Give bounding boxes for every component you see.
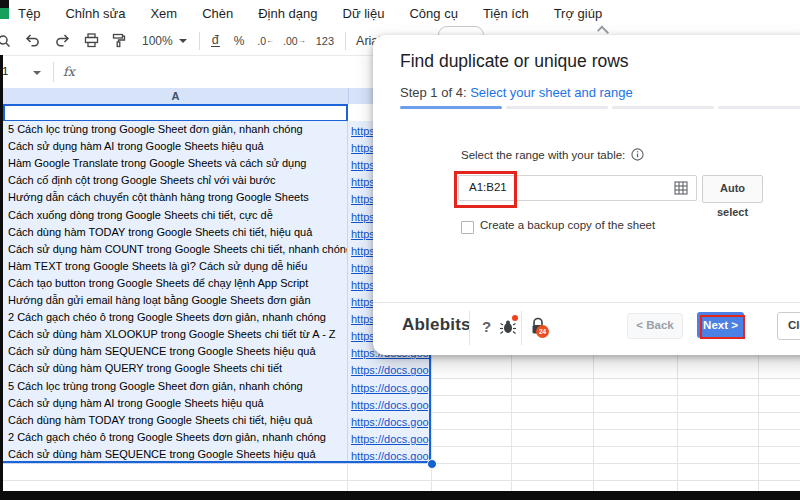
menu-item-8[interactable]: Trợ giúp bbox=[554, 6, 603, 21]
footer-vdivider bbox=[521, 311, 522, 345]
cell-a[interactable]: Hướng dẫn cách chuyển cột thành hàng tro… bbox=[3, 189, 348, 207]
cell-a[interactable]: Cách sử dùng hàm XLOOKUP trong Google Sh… bbox=[3, 326, 348, 344]
cell-a-text: 5 Cách lọc trùng trong Google Sheet đơn … bbox=[3, 121, 347, 137]
menu-item-3[interactable]: Chèn bbox=[202, 6, 233, 21]
progress-segment-1 bbox=[400, 106, 502, 109]
decrease-decimal-icon[interactable]: .0← bbox=[257, 35, 274, 47]
gridline bbox=[431, 446, 800, 447]
cell-a[interactable]: 5 Cách lọc trùng trong Google Sheet đơn … bbox=[3, 121, 348, 139]
number-format-icon[interactable]: 123 bbox=[316, 35, 334, 47]
cell-a[interactable]: Hàm Google Translate trong Google Sheets… bbox=[3, 155, 348, 173]
cell-b-link[interactable]: https://docs.goog bbox=[348, 433, 431, 445]
fill-handle[interactable] bbox=[427, 459, 437, 469]
table-row: Hướng dẫn cách chuyển cột thành hàng tro… bbox=[3, 189, 431, 206]
menu-item-4[interactable]: Định dạng bbox=[258, 6, 317, 21]
cell-a[interactable]: Cách dùng hàm TODAY trong Google Sheets … bbox=[3, 412, 348, 430]
cell-a[interactable]: Hướng dẫn gửi email hàng loạt bằng Googl… bbox=[3, 292, 348, 310]
cell-b[interactable]: https://docs.goog bbox=[348, 378, 431, 396]
cell-b-link[interactable]: https://docs.goog bbox=[348, 364, 431, 376]
table-row: Cách tạo button trong Google Sheets để c… bbox=[3, 275, 431, 292]
table-row: Hàm Google Translate trong Google Sheets… bbox=[3, 155, 431, 172]
cell-a[interactable]: Cách sử dụng hàm AI trong Google Sheets … bbox=[3, 138, 348, 156]
cell-a-text: Hàm Google Translate trong Google Sheets… bbox=[3, 155, 347, 171]
cell-b[interactable]: https://docs.goog bbox=[348, 412, 431, 430]
gridline bbox=[431, 412, 800, 413]
range-label: Select the range with your table: bbox=[461, 148, 644, 161]
cell-a-text: Cách sử dùng hàm SEQUENCE trong Google S… bbox=[3, 343, 347, 359]
menu-item-0[interactable]: Tệp bbox=[18, 6, 40, 21]
cell-a[interactable]: Cách xuống dòng trong Google Sheets chi … bbox=[3, 207, 348, 225]
paint-format-icon[interactable] bbox=[106, 33, 132, 48]
cell-a[interactable]: Cách cố định cột trong Google Sheets chỉ… bbox=[3, 172, 348, 190]
table-row: Hàm TEXT trong Google Sheets là gì? Cách… bbox=[3, 258, 431, 275]
cell-b[interactable]: https://docs.goog bbox=[348, 360, 431, 378]
footer-divider bbox=[373, 302, 800, 303]
gridline bbox=[593, 355, 594, 491]
table-row: Cách cố định cột trong Google Sheets chỉ… bbox=[3, 172, 431, 189]
menu-item-7[interactable]: Tiện ích bbox=[483, 6, 529, 21]
cell-a[interactable]: 2 Cách gạch chéo ô trong Google Sheets đ… bbox=[3, 309, 348, 327]
cell-b-link[interactable]: https://docs.goog bbox=[348, 382, 431, 394]
cell-a[interactable]: 2 Cách gạch chéo ô trong Google Sheets đ… bbox=[3, 429, 348, 447]
close-button[interactable]: Close bbox=[777, 312, 800, 340]
cell-b-link[interactable]: https://docs.goog bbox=[348, 399, 431, 411]
select-range-grid-icon[interactable] bbox=[674, 181, 688, 199]
cell-a[interactable]: Cách dùng hàm TODAY trong Google Sheets … bbox=[3, 224, 348, 242]
auto-select-button[interactable]: Auto select bbox=[702, 175, 763, 203]
sheets-logo bbox=[0, 8, 9, 19]
search-icon[interactable] bbox=[0, 34, 11, 48]
print-icon[interactable] bbox=[78, 33, 104, 48]
cell-b[interactable]: https://docs.goog bbox=[348, 395, 431, 413]
help-icon[interactable]: ? bbox=[482, 318, 491, 335]
name-box-caret-icon[interactable] bbox=[33, 71, 41, 75]
progress-segment-3 bbox=[612, 106, 714, 109]
cell-a-text: Cách sử dùng hàm SEQUENCE trong Google S… bbox=[3, 446, 347, 462]
table-row: Cách dùng hàm TODAY trong Google Sheets … bbox=[3, 412, 431, 429]
info-icon[interactable] bbox=[631, 148, 644, 161]
cell-a-text: Cách xuống dòng trong Google Sheets chi … bbox=[3, 207, 347, 223]
zoom-select[interactable]: 100% bbox=[142, 34, 187, 48]
menu-item-1[interactable]: Chỉnh sửa bbox=[65, 6, 125, 21]
cell-a[interactable]: Cách sử dùng hàm SEQUENCE trong Google S… bbox=[3, 343, 348, 361]
cell-a-text: Cách dùng hàm TODAY trong Google Sheets … bbox=[3, 412, 347, 428]
cell-b-link[interactable]: https://docs.goog bbox=[348, 416, 431, 428]
cell-a[interactable]: Cách tạo button trong Google Sheets để c… bbox=[3, 275, 348, 293]
gridline bbox=[431, 429, 800, 430]
cell-b[interactable]: https://docs.goog bbox=[348, 429, 431, 447]
cell-a-text: Cách sử dùng hàm QUERY trong Google Shee… bbox=[3, 360, 347, 376]
table-row: Cách sử dùng hàm QUERY trong Google Shee… bbox=[3, 360, 431, 377]
table-row: 2 Cách gạch chéo ô trong Google Sheets đ… bbox=[3, 429, 431, 446]
table-row: Cách sử dụng hàm AI trong Google Sheets … bbox=[3, 395, 431, 412]
undo-icon[interactable] bbox=[19, 34, 45, 47]
menu-item-6[interactable]: Công cụ bbox=[409, 6, 457, 21]
table-row: Cách sử dùng hàm SEQUENCE trong Google S… bbox=[3, 343, 431, 360]
cell-a-text: Hàm TEXT trong Google Sheets là gì? Cách… bbox=[3, 258, 347, 274]
column-header-a[interactable]: A bbox=[3, 88, 349, 104]
cell-a-text: 2 Cách gạch chéo ô trong Google Sheets đ… bbox=[3, 429, 347, 445]
cell-a-text: Cách cố định cột trong Google Sheets chỉ… bbox=[3, 172, 347, 188]
toolbar-divider bbox=[345, 32, 346, 50]
back-button[interactable]: < Back bbox=[627, 313, 683, 339]
progress-segment-4 bbox=[718, 106, 800, 109]
gridline bbox=[677, 355, 678, 491]
table-row: Cách sử dùng hàm XLOOKUP trong Google Sh… bbox=[3, 326, 431, 343]
menu-item-5[interactable]: Dữ liệu bbox=[343, 6, 385, 21]
menu-item-2[interactable]: Xem bbox=[150, 6, 177, 21]
formula-bar-divider bbox=[53, 62, 54, 82]
toolbar-divider bbox=[199, 32, 200, 50]
chevron-down-icon bbox=[179, 39, 187, 43]
gridline bbox=[347, 463, 348, 491]
cell-a[interactable]: Cách sử dụng hàm COUNT trong Google Shee… bbox=[3, 241, 348, 259]
backup-checkbox[interactable] bbox=[461, 221, 474, 234]
currency-format-icon[interactable]: đ bbox=[211, 34, 220, 47]
redo-icon[interactable] bbox=[49, 34, 75, 47]
cell-a[interactable]: Cách sử dụng hàm AI trong Google Sheets … bbox=[3, 395, 348, 413]
cell-a[interactable]: Cách sử dùng hàm QUERY trong Google Shee… bbox=[3, 360, 348, 378]
frame-bottom-bar bbox=[0, 491, 800, 500]
percent-format-icon[interactable]: % bbox=[234, 34, 245, 48]
increase-decimal-icon[interactable]: .00→ bbox=[283, 35, 306, 47]
cell-a[interactable]: 5 Cách lọc trùng trong Google Sheet đơn … bbox=[3, 378, 348, 396]
active-cell-border bbox=[3, 104, 348, 122]
cell-a[interactable]: Hàm TEXT trong Google Sheets là gì? Cách… bbox=[3, 258, 348, 276]
table-row: Cách sử dụng hàm COUNT trong Google Shee… bbox=[3, 241, 431, 258]
